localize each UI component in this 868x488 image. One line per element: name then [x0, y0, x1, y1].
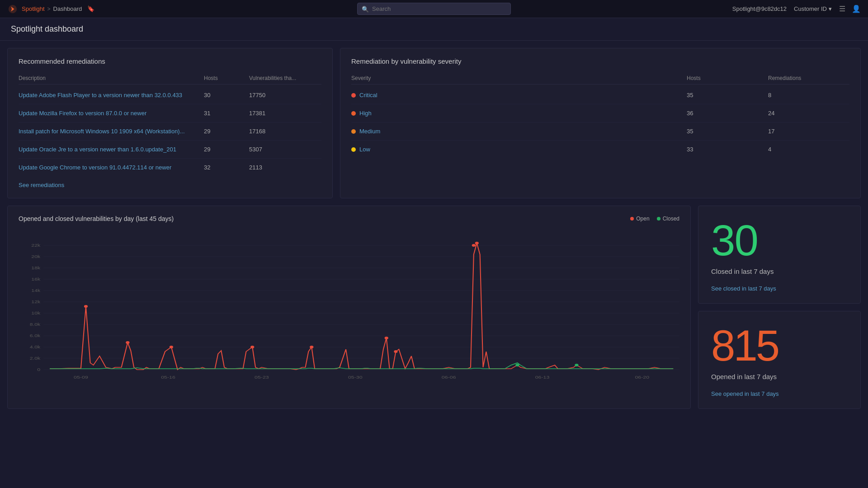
severity-cell-low: Low	[351, 146, 687, 153]
svg-text:05-30: 05-30	[348, 375, 363, 380]
remediation-link-2[interactable]: Install patch for Microsoft Windows 10 1…	[19, 128, 204, 135]
open-peak-dot-6	[126, 341, 129, 344]
hosts-3: 29	[204, 146, 249, 153]
page-title-bar: Spotlight dashboard	[0, 18, 868, 41]
severity-cell-medium: Medium	[351, 128, 687, 135]
open-peak-dot-9	[394, 350, 397, 353]
page-title: Spotlight dashboard	[11, 24, 857, 34]
severity-cell-critical: Critical	[351, 92, 687, 99]
medium-link[interactable]: Medium	[359, 128, 380, 135]
svg-text:06-13: 06-13	[535, 375, 550, 380]
critical-link[interactable]: Critical	[359, 92, 377, 99]
medium-dot	[351, 129, 356, 134]
low-dot	[351, 147, 356, 152]
closed-peak-dot	[515, 364, 519, 366]
main-content: Recommended remediations Description Hos…	[0, 41, 868, 416]
vuln-4: 2113	[249, 164, 321, 171]
legend-closed: Closed	[657, 216, 679, 222]
severity-row-high: High 36 24	[351, 104, 849, 122]
svg-text:4.0k: 4.0k	[30, 345, 41, 349]
open-peak-dot	[84, 305, 88, 308]
chart-title: Opened and closed vulnerabilities by day…	[19, 215, 174, 222]
hosts-4: 32	[204, 164, 249, 171]
table-row: Update Google Chrome to version 91.0.447…	[19, 159, 321, 176]
high-dot	[351, 111, 356, 116]
breadcrumb-dashboard: Dashboard	[53, 5, 82, 12]
chart-svg: 0 2.0k 4.0k 6.0k 8.0k 10k 12k 14k 16k 18…	[19, 230, 679, 383]
remediations-table-header: Description Hosts Vulnerabilities tha...	[19, 72, 321, 84]
svg-text:2.0k: 2.0k	[30, 356, 41, 361]
search-input[interactable]	[357, 3, 511, 15]
hosts-0: 30	[204, 92, 249, 99]
remediations-panel-title: Recommended remediations	[19, 57, 321, 65]
bottom-section: Opened and closed vulnerabilities by day…	[7, 206, 861, 409]
customer-id-dropdown[interactable]: Customer ID ▾	[794, 5, 832, 12]
open-peak-dot-5	[170, 346, 173, 348]
breadcrumb-separator: >	[47, 6, 51, 12]
hosts-2: 29	[204, 128, 249, 135]
severity-row-medium: Medium 35 17	[351, 122, 849, 141]
sev-col-hosts: Hosts	[687, 75, 768, 81]
table-row: Update Adobe Flash Player to a version n…	[19, 86, 321, 104]
topbar: Spotlight > Dashboard 🔖 🔍 Spotlight@9c82…	[0, 0, 868, 18]
stat-panels: 30 Closed in last 7 days See closed in l…	[698, 206, 861, 409]
closed-stat-panel: 30 Closed in last 7 days See closed in l…	[698, 206, 861, 304]
open-peak-dot-4	[385, 337, 388, 339]
svg-text:20k: 20k	[31, 254, 41, 259]
user-email: Spotlight@9c82dc12	[732, 5, 787, 12]
svg-text:06-20: 06-20	[635, 375, 649, 380]
high-remediations: 24	[768, 110, 849, 117]
list-icon[interactable]: ☰	[839, 5, 845, 13]
person-icon[interactable]: 👤	[852, 5, 861, 13]
bookmark-icon[interactable]: 🔖	[87, 5, 94, 12]
svg-text:8.0k: 8.0k	[30, 322, 41, 327]
table-row: Update Oracle Jre to a version newer tha…	[19, 141, 321, 159]
svg-text:22k: 22k	[31, 243, 41, 248]
opened-stat-label: Opened in last 7 days	[711, 373, 848, 380]
see-opened-link[interactable]: See opened in last 7 days	[711, 390, 779, 397]
severity-row-low: Low 33 4	[351, 141, 849, 158]
sev-col-remediations: Remediations	[768, 75, 849, 81]
see-closed-link[interactable]: See closed in last 7 days	[711, 285, 776, 292]
svg-text:05-09: 05-09	[74, 375, 88, 380]
low-hosts: 33	[687, 146, 768, 153]
see-remediations-link[interactable]: See remediations	[19, 182, 64, 188]
svg-text:06-06: 06-06	[442, 375, 456, 380]
low-remediations: 4	[768, 146, 849, 153]
open-peak-dot-2	[472, 244, 476, 247]
svg-text:6.0k: 6.0k	[30, 333, 41, 338]
open-peak-dot-3	[475, 242, 479, 244]
closed-stat-label: Closed in last 7 days	[711, 267, 848, 275]
medium-remediations: 17	[768, 128, 849, 135]
closed-legend-dot	[657, 217, 660, 221]
medium-hosts: 35	[687, 128, 768, 135]
open-legend-dot	[630, 217, 634, 221]
breadcrumb: Spotlight > Dashboard 🔖	[22, 5, 94, 12]
remediation-link-0[interactable]: Update Adobe Flash Player to a version n…	[19, 92, 204, 99]
search-icon: 🔍	[362, 5, 369, 12]
closed-legend-label: Closed	[663, 216, 679, 222]
hosts-1: 31	[204, 110, 249, 117]
closed-peak-dot-2	[575, 364, 578, 366]
vuln-3: 5307	[249, 146, 321, 153]
breadcrumb-spotlight[interactable]: Spotlight	[22, 5, 45, 12]
topbar-left: Spotlight > Dashboard 🔖	[7, 4, 94, 14]
remediation-link-4[interactable]: Update Google Chrome to version 91.0.447…	[19, 164, 204, 171]
critical-remediations: 8	[768, 92, 849, 99]
svg-text:18k: 18k	[31, 266, 41, 270]
vuln-0: 17750	[249, 92, 321, 99]
high-link[interactable]: High	[359, 110, 372, 117]
remediation-link-1[interactable]: Update Mozilla Firefox to version 87.0.0…	[19, 110, 204, 117]
table-row: Install patch for Microsoft Windows 10 1…	[19, 122, 321, 141]
open-legend-label: Open	[636, 216, 649, 222]
svg-text:10k: 10k	[31, 311, 41, 315]
low-link[interactable]: Low	[359, 146, 370, 153]
vuln-2: 17168	[249, 128, 321, 135]
chevron-down-icon: ▾	[829, 5, 832, 12]
severity-panel: Remediation by vulnerability severity Se…	[340, 48, 861, 198]
opened-stat-panel: 815 Opened in last 7 days See opened in …	[698, 311, 861, 409]
app-icon	[7, 4, 18, 14]
svg-text:16k: 16k	[31, 277, 41, 282]
recommended-remediations-panel: Recommended remediations Description Hos…	[7, 48, 333, 198]
remediation-link-3[interactable]: Update Oracle Jre to a version newer tha…	[19, 146, 204, 153]
